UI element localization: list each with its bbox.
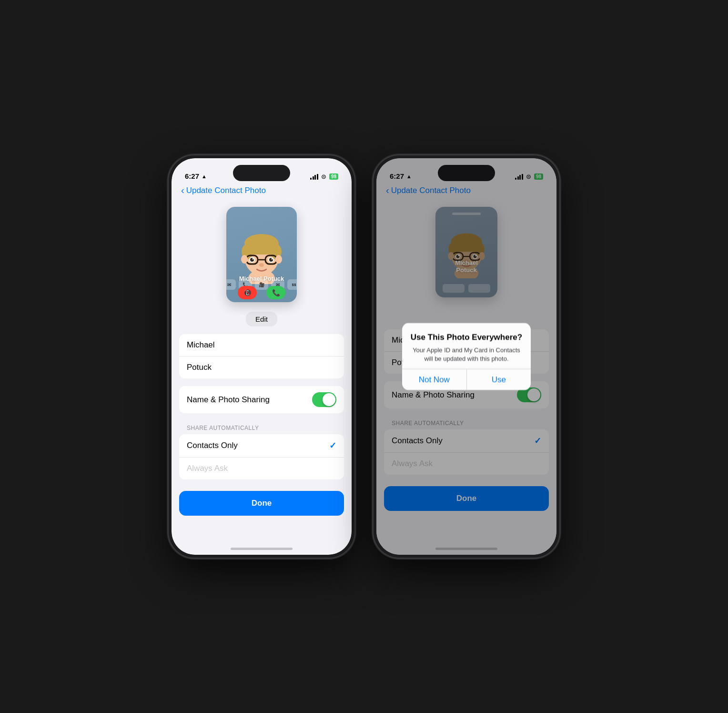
toggle-knob-left xyxy=(323,393,335,406)
contact-card-left: Michael Potuck ✉ 📞 🎥 ✉ $$ 📵 xyxy=(226,207,297,302)
location-arrow-icon: ▲ xyxy=(202,173,207,179)
toggle-switch-left[interactable] xyxy=(312,392,336,407)
phone-screen-right: 6:27 ▲ ⊜ 98 ‹ Upda xyxy=(376,158,556,555)
contacts-only-row-left[interactable]: Contacts Only ✓ xyxy=(179,434,344,458)
edit-button-left[interactable]: Edit xyxy=(246,312,277,326)
svg-point-15 xyxy=(259,263,264,267)
call-buttons: 📵 📞 xyxy=(238,282,285,301)
alert-body: Use This Photo Everywhere? Your Apple ID… xyxy=(402,323,531,369)
svg-rect-5 xyxy=(244,241,279,255)
checkmark-icon-left: ✓ xyxy=(329,440,336,451)
wifi-icon: ⊜ xyxy=(321,173,326,180)
home-indicator-left xyxy=(231,548,293,550)
contact-preview-left: Michael Potuck ✉ 📞 🎥 ✉ $$ 📵 xyxy=(172,199,352,312)
content-area-left: Michael Potuck ✉ 📞 🎥 ✉ $$ 📵 xyxy=(172,199,352,555)
status-icons-left: ⊜ 98 xyxy=(310,173,338,180)
alert-message: Your Apple ID and My Card in Contacts wi… xyxy=(410,346,523,363)
not-now-button[interactable]: Not Now xyxy=(402,369,467,390)
svg-point-14 xyxy=(272,258,273,260)
phone-left: 6:27 ▲ ⊜ 98 ‹ Upda xyxy=(169,155,354,558)
done-button-wrap-left: Done xyxy=(172,487,352,525)
phone-screen-left: 6:27 ▲ ⊜ 98 ‹ Upda xyxy=(172,158,352,555)
svg-point-11 xyxy=(253,258,254,260)
status-time-left: 6:27 ▲ xyxy=(185,172,207,180)
alert-buttons: Not Now Use xyxy=(402,369,531,390)
svg-point-17 xyxy=(275,255,282,264)
share-section-left: Contacts Only ✓ Always Ask xyxy=(179,434,344,479)
done-button-left[interactable]: Done xyxy=(179,491,344,516)
nav-bar-left: ‹ Update Contact Photo xyxy=(172,184,352,199)
always-ask-row-left[interactable]: Always Ask xyxy=(179,458,344,479)
toggle-label-left: Name & Photo Sharing xyxy=(187,395,270,405)
back-chevron-icon: ‹ xyxy=(181,185,184,195)
always-ask-label-left: Always Ask xyxy=(187,464,228,473)
phone-right: 6:27 ▲ ⊜ 98 ‹ Upda xyxy=(374,155,559,558)
toggle-section-left: Name & Photo Sharing xyxy=(179,386,344,413)
last-name-field[interactable]: Potuck xyxy=(179,356,344,378)
battery-badge: 98 xyxy=(329,173,338,180)
alert-title: Use This Photo Everywhere? xyxy=(410,333,523,342)
edit-button-wrap: Edit xyxy=(172,312,352,326)
alert-dialog: Use This Photo Everywhere? Your Apple ID… xyxy=(402,323,531,390)
name-photo-sharing-row-left: Name & Photo Sharing xyxy=(179,386,344,413)
name-fields-left: Michael Potuck xyxy=(179,334,344,378)
contacts-only-label-left: Contacts Only xyxy=(187,441,238,450)
dynamic-island xyxy=(233,165,290,181)
svg-point-16 xyxy=(241,255,248,264)
first-name-field[interactable]: Michael xyxy=(179,334,344,356)
signal-bars-icon xyxy=(310,174,318,180)
use-button[interactable]: Use xyxy=(467,369,531,390)
section-label-left: SHARE AUTOMATICALLY xyxy=(172,421,352,434)
back-button-left[interactable]: ‹ Update Contact Photo xyxy=(181,186,342,195)
